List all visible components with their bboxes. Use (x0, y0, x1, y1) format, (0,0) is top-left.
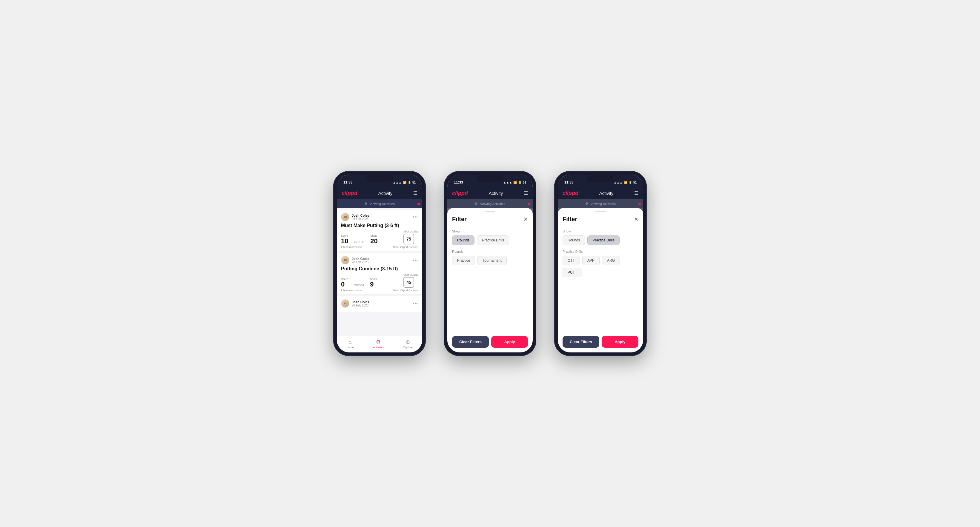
wifi-icon-3: 📶 (624, 181, 627, 184)
nav-capture-label: Capture (403, 346, 413, 349)
user-date-3: 28 Feb 2023 (352, 304, 369, 307)
phone-filter-drills: 11:33 ▲▲▲ 📶 🔋 51 clippd Activity ☰ ⚙ (554, 171, 647, 356)
activity-title-1: Must Make Putting (3-6 ft) (341, 223, 418, 228)
user-name-2: Josh Coles (352, 257, 369, 260)
quality-badge-1: 75 (403, 234, 414, 244)
modal-footer-2: Clear Filters Apply (447, 332, 533, 352)
clear-filters-button-3[interactable]: Clear Filters (563, 336, 599, 348)
filter-btn-rounds-3[interactable]: Rounds (563, 235, 585, 245)
user-date-2: 28 Feb 2023 (352, 260, 369, 264)
shots-value-2: 9 (370, 281, 377, 288)
app-logo-2: clippd (452, 190, 468, 196)
card-footer-1: ℹ Test Information Data: Clippd Capture (341, 246, 418, 249)
battery-icon-2: 🔋 (518, 181, 522, 184)
modal-close-button-3[interactable]: ✕ (634, 216, 638, 222)
filter-icon: ⚙ (364, 202, 367, 206)
show-buttons-2: Rounds Practice Drills (452, 235, 528, 245)
app-title: Activity (378, 191, 393, 196)
hamburger-icon-2[interactable]: ☰ (524, 190, 528, 196)
nav-capture[interactable]: ⊕ Capture (403, 339, 413, 349)
filter-btn-tournament-2[interactable]: Tournament (477, 256, 506, 265)
app-header-2: clippd Activity ☰ (447, 188, 533, 199)
filter-btn-practice-round-2[interactable]: Practice (452, 256, 475, 265)
user-name-3: Josh Coles (352, 300, 369, 304)
more-options-3[interactable]: ••• (413, 301, 418, 306)
filter-btn-practice-drills-3[interactable]: Practice Drills (587, 235, 619, 245)
data-text-1: Data: Clippd Capture (393, 246, 418, 249)
bottom-nav: ⌂ Home ♻ Activities ⊕ Capture (337, 336, 422, 352)
signal-icon-3: ▲▲▲ (614, 181, 622, 184)
filter-btn-practice-drills-2[interactable]: Practice Drills (477, 235, 509, 245)
data-text-2: Data: Clippd Capture (393, 289, 418, 292)
rounds-label-2: Rounds (452, 250, 528, 253)
out-of-2: OUT OF (354, 284, 364, 288)
viewing-activities-bar[interactable]: ⚙ Viewing Activities (337, 199, 422, 208)
viewing-label-dimmed-3: Viewing Activities (591, 202, 616, 206)
filter-modal-drills: Filter ✕ Show Rounds Practice Drills Pra… (558, 208, 643, 352)
app-header: clippd Activity ☰ (337, 188, 422, 199)
apply-button-3[interactable]: Apply (602, 336, 638, 348)
filter-title-2: Filter (452, 216, 467, 222)
active-indicator (417, 203, 420, 205)
phone-activity-list: 11:33 ▲▲▲ 📶 🔋 51 clippd Activity ☰ ⚙ Vie… (333, 171, 426, 356)
wifi-icon: 📶 (403, 181, 406, 184)
card-header-1: JC Josh Coles 28 Feb 2023 ••• (341, 213, 418, 221)
phone-screen-2: 11:33 ▲▲▲ 📶 🔋 51 clippd Activity ☰ ⚙ (447, 175, 533, 352)
shots-value-1: 20 (370, 238, 377, 244)
wifi-icon-2: 📶 (513, 181, 517, 184)
modal-body-3: Show Rounds Practice Drills Practice Dri… (558, 225, 643, 332)
hamburger-icon-3[interactable]: ☰ (634, 190, 638, 196)
drills-buttons-3: OTT APP ARG PUTT (563, 256, 638, 277)
filter-btn-rounds-2[interactable]: Rounds (452, 235, 474, 245)
app-title-2: Activity (489, 191, 503, 196)
nav-home-label: Home (346, 346, 353, 349)
filter-title-3: Filter (563, 216, 577, 222)
quality-stat-2: Shot Quality 45 (403, 273, 418, 288)
apply-button-2[interactable]: Apply (491, 336, 528, 348)
user-info-3: JC Josh Coles 28 Feb 2023 (341, 299, 369, 308)
more-options-2[interactable]: ••• (413, 258, 418, 263)
battery-level-3: 51 (633, 181, 636, 184)
activity-card-3: JC Josh Coles 28 Feb 2023 ••• (337, 296, 422, 312)
phone-notch (366, 175, 393, 183)
phone-screen: 11:33 ▲▲▲ 📶 🔋 51 clippd Activity ☰ ⚙ Vie… (337, 175, 422, 352)
battery-level: 51 (412, 181, 416, 184)
show-buttons-3: Rounds Practice Drills (563, 235, 638, 245)
app-logo: clippd (342, 190, 358, 196)
filter-btn-ott-3[interactable]: OTT (563, 256, 580, 265)
modal-backdrop-area-3: ⚙ Viewing Activities Filter ✕ Show (558, 199, 643, 352)
viewing-bar-dimmed-3: ⚙ Viewing Activities (558, 199, 643, 208)
signal-icon-2: ▲▲▲ (503, 181, 512, 184)
nav-activities-label: Activities (373, 346, 384, 349)
modal-header-2: Filter ✕ (447, 212, 533, 225)
scene: 11:33 ▲▲▲ 📶 🔋 51 clippd Activity ☰ ⚙ Vie… (315, 153, 665, 374)
nav-activities[interactable]: ♻ Activities (373, 339, 384, 349)
modal-close-button-2[interactable]: ✕ (523, 216, 528, 222)
status-time-3: 11:33 (564, 180, 574, 184)
rounds-buttons-2: Practice Tournament (452, 256, 528, 265)
avatar-3: JC (341, 299, 349, 308)
activity-card-1: JC Josh Coles 28 Feb 2023 ••• Must Make … (337, 210, 422, 251)
filter-btn-putt-3[interactable]: PUTT (563, 268, 582, 277)
more-options-1[interactable]: ••• (413, 214, 418, 219)
filter-btn-app-3[interactable]: APP (582, 256, 600, 265)
info-text-2: ℹ Test Information (341, 289, 362, 292)
user-details-1: Josh Coles 28 Feb 2023 (352, 214, 369, 221)
clear-filters-button-2[interactable]: Clear Filters (452, 336, 489, 348)
battery-level-2: 51 (523, 181, 526, 184)
viewing-label-dimmed-2: Viewing Activities (480, 202, 505, 206)
shots-stat-1: Shots 20 (370, 234, 377, 244)
quality-stat-1: Shot Quality 75 (403, 230, 418, 244)
filter-btn-arg-3[interactable]: ARG (602, 256, 620, 265)
quality-badge-2: 45 (403, 277, 414, 288)
user-info-2: JC Josh Coles 28 Feb 2023 (341, 256, 369, 264)
nav-home[interactable]: ⌂ Home (346, 339, 353, 349)
show-label-2: Show (452, 230, 528, 233)
stats-row-2: Score 0 OUT OF Shots 9 Shot Quality 45 (341, 273, 418, 288)
card-header-3: JC Josh Coles 28 Feb 2023 ••• (341, 299, 418, 308)
capture-icon: ⊕ (406, 339, 410, 345)
hamburger-icon[interactable]: ☰ (413, 190, 417, 196)
app-header-3: clippd Activity ☰ (558, 188, 643, 199)
active-indicator-2 (528, 203, 530, 205)
stats-row-1: Score 10 OUT OF Shots 20 Shot Quality 75 (341, 230, 418, 244)
